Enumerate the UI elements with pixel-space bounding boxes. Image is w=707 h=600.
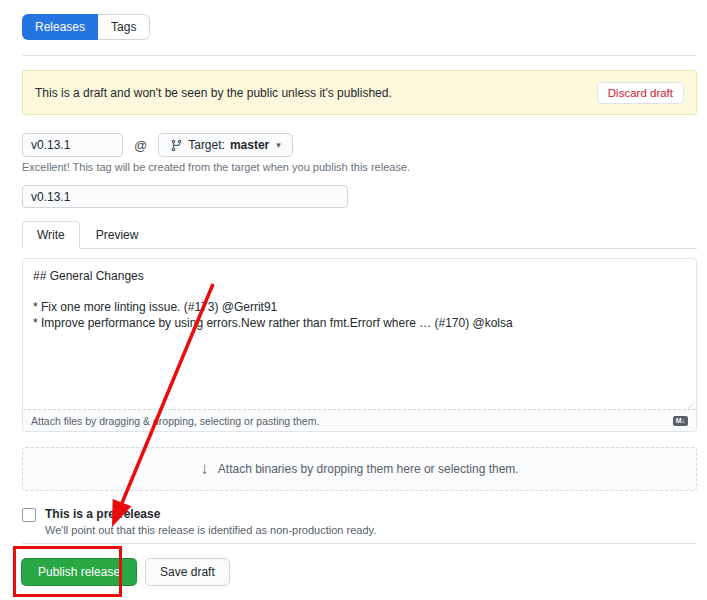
release-body-editor: ## General Changes * Fix one more lintin… [22, 258, 697, 432]
attach-files-hint: Attach files by dragging & dropping, sel… [31, 415, 319, 427]
release-draft-page: Releases Tags This is a draft and won't … [0, 0, 707, 600]
draft-banner-message: This is a draft and won't be seen by the… [35, 86, 392, 100]
publish-release-button[interactable]: Publish release [21, 558, 137, 586]
tab-preview[interactable]: Preview [80, 222, 155, 248]
chevron-down-icon: ▾ [276, 140, 281, 150]
actions-divider [22, 543, 697, 544]
release-title-input[interactable] [22, 185, 348, 208]
attach-files-bar[interactable]: Attach files by dragging & dropping, sel… [23, 409, 696, 431]
target-label: Target: [188, 138, 225, 152]
action-buttons: Publish release Save draft [21, 558, 230, 586]
draft-banner: This is a draft and won't be seen by the… [22, 70, 697, 115]
prerelease-checkbox[interactable] [22, 508, 36, 522]
tab-tags[interactable]: Tags [98, 14, 150, 40]
release-body-textarea[interactable]: ## General Changes * Fix one more lintin… [23, 259, 696, 397]
editor-tabbar: Write Preview [22, 222, 697, 249]
tag-row: @ Target: master ▾ [22, 133, 293, 157]
tab-releases[interactable]: Releases [22, 14, 98, 40]
prerelease-label: This is a pre-release [45, 507, 376, 521]
discard-draft-button[interactable]: Discard draft [597, 82, 684, 104]
tab-write[interactable]: Write [22, 221, 80, 249]
attach-binaries-label: Attach binaries by dropping them here or… [218, 462, 519, 476]
tag-helper-text: Excellent! This tag will be created from… [22, 161, 410, 173]
tag-name-input[interactable] [22, 133, 123, 157]
at-symbol: @ [134, 138, 147, 153]
target-branch-dropdown[interactable]: Target: master ▾ [158, 133, 293, 157]
git-branch-icon [170, 139, 183, 152]
subnav-divider [22, 55, 697, 56]
resize-grip-icon[interactable] [684, 398, 694, 408]
releases-tags-switcher: Releases Tags [22, 14, 150, 40]
attach-binaries-dropzone[interactable]: ↓ Attach binaries by dropping them here … [22, 447, 697, 491]
target-branch-name: master [230, 138, 269, 152]
prerelease-helper: We'll point out that this release is ide… [45, 524, 376, 536]
arrow-down-icon: ↓ [200, 459, 209, 479]
prerelease-section: This is a pre-release We'll point out th… [22, 507, 376, 536]
save-draft-button[interactable]: Save draft [145, 558, 230, 586]
markdown-icon: M↓ [673, 416, 688, 426]
